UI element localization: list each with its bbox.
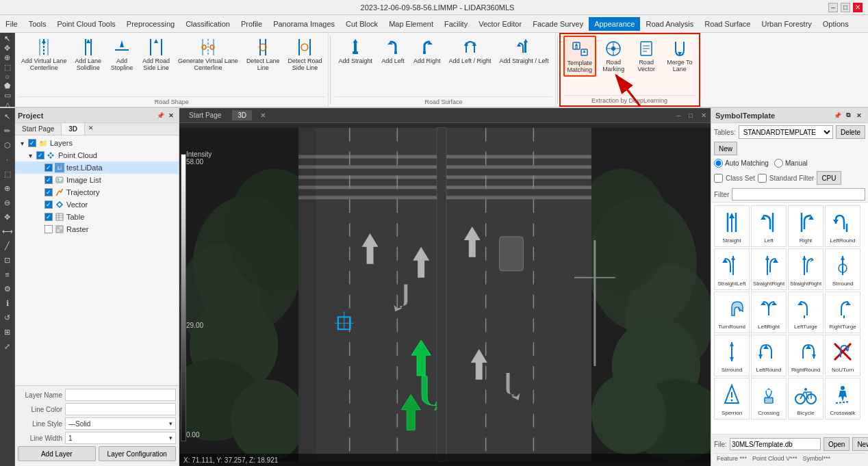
pointcloud-expand-icon[interactable]: ▾ xyxy=(26,152,34,159)
menu-classification[interactable]: Classification xyxy=(180,17,235,31)
zoom-in-icon[interactable]: ⊕ xyxy=(1,181,14,195)
tab-3d[interactable]: 3D xyxy=(62,123,85,135)
pan-icon[interactable]: ✥ xyxy=(1,210,14,224)
cpu-button[interactable]: CPU xyxy=(817,171,841,185)
file-input[interactable] xyxy=(730,438,821,450)
symbol-strround1[interactable]: Strround xyxy=(825,248,860,290)
manual-radio[interactable] xyxy=(774,159,783,168)
add-left-btn[interactable]: Add Left xyxy=(377,34,409,67)
symbol-straightright2[interactable]: StraightRight xyxy=(788,248,824,290)
pointer-tool[interactable]: ↖ xyxy=(1,34,14,43)
menu-roadsurface[interactable]: Road Surface xyxy=(699,17,756,31)
symbol-crossing[interactable]: Crossing xyxy=(751,378,787,419)
tree-imagelist[interactable]: ✓ Image List xyxy=(15,174,179,186)
raster-checkbox[interactable] xyxy=(44,225,53,233)
polygon-tool[interactable]: △ xyxy=(1,101,14,108)
menu-preprocessing[interactable]: Preprocessing xyxy=(121,17,180,31)
symbol-turnround[interactable]: TurnRound xyxy=(714,292,750,333)
right-panel-close-btn[interactable]: ✕ xyxy=(854,111,864,120)
imagelist-checkbox[interactable]: ✓ xyxy=(44,176,53,184)
menu-appearance[interactable]: Appearance xyxy=(589,17,640,31)
tree-pointcloud[interactable]: ▾ ✓ Point Cloud xyxy=(15,149,179,161)
new-button[interactable]: New xyxy=(714,142,737,155)
layer-config-button[interactable]: Layer Configuration xyxy=(99,446,177,461)
select-tool[interactable]: ⬚ xyxy=(1,63,14,72)
crop-icon[interactable]: ⊡ xyxy=(1,253,14,267)
close-button[interactable]: ✕ xyxy=(853,3,863,12)
menu-profile[interactable]: Profile xyxy=(235,17,268,31)
menu-cutblock[interactable]: Cut Block xyxy=(340,17,383,31)
symbol-leftround2[interactable]: LeftRound xyxy=(751,335,787,376)
new2-button[interactable]: New xyxy=(852,437,868,451)
panel-close-btn[interactable]: ✕ xyxy=(166,111,176,120)
viewport-restore-btn[interactable]: □ xyxy=(689,112,693,119)
maximize-button[interactable]: □ xyxy=(841,3,850,12)
tables-dropdown[interactable]: STANDARDTEMPLATE xyxy=(739,125,833,139)
point-tool-icon[interactable]: · xyxy=(1,153,14,166)
template-matching-btn[interactable]: TemplateMatching xyxy=(563,36,597,77)
add-stopline-btn[interactable]: AddStopline xyxy=(106,34,138,74)
window-select-icon[interactable]: ⬚ xyxy=(1,167,14,181)
lasso-tool[interactable]: ⬟ xyxy=(1,81,14,90)
symbol-crosswalk[interactable]: Crosswalk xyxy=(825,378,860,419)
grid-icon[interactable]: ⊞ xyxy=(1,325,14,339)
viewport-minimize-btn[interactable]: – xyxy=(676,112,680,119)
tree-lidata[interactable]: ✓ Li test.LiData xyxy=(15,161,179,174)
trajectory-checkbox[interactable]: ✓ xyxy=(44,188,53,196)
add-right-btn[interactable]: Add Right xyxy=(410,34,444,67)
select-tool-icon[interactable]: ↖ xyxy=(1,109,14,123)
refresh-icon[interactable]: ↺ xyxy=(1,311,14,324)
add-layer-button[interactable]: Add Layer xyxy=(18,446,96,461)
table-checkbox[interactable]: ✓ xyxy=(44,213,53,221)
delete-button[interactable]: Delete xyxy=(836,125,865,139)
symbol-sperrion[interactable]: Sperrion xyxy=(714,378,750,419)
menu-urbanforestry[interactable]: Urban Forestry xyxy=(756,17,817,31)
menu-mapelement[interactable]: Map Element xyxy=(383,17,439,31)
add-left-right-btn[interactable]: Add Left / Right xyxy=(446,34,495,67)
standard-filter-checkbox[interactable] xyxy=(758,174,767,183)
tree-raster[interactable]: Raster xyxy=(15,223,179,235)
ruler-icon[interactable]: ╱ xyxy=(1,239,14,253)
road-vector-btn[interactable]: RoadVector xyxy=(630,36,662,75)
symbol-leftturge[interactable]: LeftTurge xyxy=(788,292,824,333)
filter-input[interactable] xyxy=(732,188,865,200)
lidata-checkbox[interactable]: ✓ xyxy=(44,164,53,172)
layers-expand-icon[interactable]: ▾ xyxy=(18,140,26,147)
merge-to-lane-btn[interactable]: Merge ToLane xyxy=(663,36,695,75)
right-panel-float-btn[interactable]: ⧉ xyxy=(843,111,853,120)
3d-viewport-tab[interactable]: 3D xyxy=(232,110,252,120)
pan-tool[interactable]: ✥ xyxy=(1,44,14,53)
zoom-out-icon[interactable]: ⊖ xyxy=(1,196,14,209)
viewport-tab-close[interactable]: ✕ xyxy=(260,112,266,119)
menu-panorama[interactable]: Panorama Images xyxy=(268,17,340,31)
symbol-straight[interactable]: Straight xyxy=(714,205,750,247)
symbol-leftround[interactable]: LeftRound xyxy=(825,205,860,247)
symbol-rightround[interactable]: RightRound xyxy=(788,335,824,376)
start-page-tab[interactable]: Start Page xyxy=(15,123,62,135)
tree-trajectory[interactable]: ✓ Trajectory xyxy=(15,186,179,198)
symbol-rightturge[interactable]: RightTurge xyxy=(825,292,860,333)
menu-vectoreditor[interactable]: Vector Editor xyxy=(473,17,527,31)
class-set-checkbox[interactable] xyxy=(714,174,723,183)
add-road-side-line-btn[interactable]: Add RoadSide Line xyxy=(139,34,173,74)
circle-select-tool[interactable]: ○ xyxy=(1,73,14,81)
rect-tool[interactable]: ▭ xyxy=(1,91,14,100)
viewport[interactable]: Start Page 3D ✕ – □ ✕ xyxy=(179,108,711,466)
add-straight-left-btn[interactable]: Add Straight / Left xyxy=(496,34,552,67)
right-panel-pin-btn[interactable]: 📌 xyxy=(832,111,842,120)
detect-road-side-line-btn[interactable]: Detect RoadSide Line xyxy=(284,34,325,74)
add-virtual-lane-btn[interactable]: Add Virtual LaneCenterline xyxy=(18,34,70,74)
add-straight-btn[interactable]: Add Straight xyxy=(335,34,376,67)
tree-table[interactable]: ✓ Table xyxy=(15,211,179,223)
line-color-input[interactable] xyxy=(65,403,176,415)
measure-icon[interactable]: ⟷ xyxy=(1,224,14,238)
draw-tool-icon[interactable]: ✏ xyxy=(1,124,14,138)
minimize-button[interactable]: – xyxy=(828,3,838,12)
line-style-value[interactable]: —Solid ▾ xyxy=(65,417,176,430)
menu-tools[interactable]: Tools xyxy=(23,17,52,31)
symbol-right[interactable]: Right xyxy=(788,205,824,247)
symbol-straightright1[interactable]: StraightRight xyxy=(751,248,787,290)
line-width-value[interactable]: 1 ▾ xyxy=(65,432,176,444)
symbol-nouturn[interactable]: NoUTurn xyxy=(825,335,860,376)
zoom-tool[interactable]: ⊕ xyxy=(1,53,14,62)
